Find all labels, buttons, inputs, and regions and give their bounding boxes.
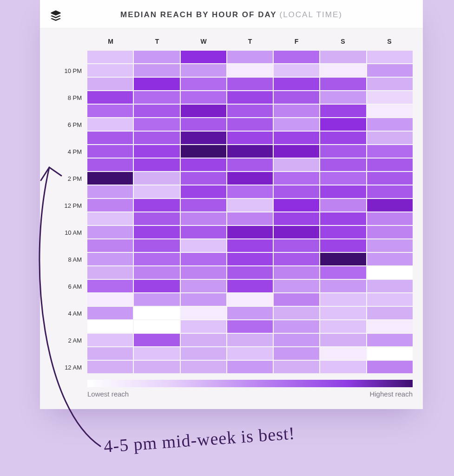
heatmap-cell [181,51,226,63]
heatmap-cell [367,253,413,265]
day-label: F [273,38,320,45]
heatmap-cell [367,293,413,306]
hour-label: 12 AM [65,364,82,370]
hour-label: 12 PM [64,202,82,209]
heatmap-cell [367,212,413,225]
heatmap-cell [181,118,226,131]
heatmap-cell [320,51,366,63]
heatmap-cell [320,91,366,104]
annotation-text: 4-5 pm mid-week is best! [103,423,296,456]
heatmap-cell [320,105,366,117]
heatmap-cell [134,105,179,117]
heatmap-cell [181,320,226,333]
heatmap-cell [320,266,366,279]
heatmap-cell [274,105,319,117]
heatmap-cell [87,226,133,238]
heatmap-cell [181,361,226,373]
heatmap-cell [274,78,319,90]
hour-label: 4 PM [68,148,82,155]
heatmap-cell [320,253,366,265]
heatmap-cell [227,145,273,158]
heatmap-cell [227,253,273,265]
heatmap-cell [227,118,273,131]
chart-title: MEDIAN REACH BY HOUR OF DAY [120,10,276,20]
heatmap-cell [87,320,133,333]
hour-label: 8 PM [68,94,82,101]
day-label: T [134,38,180,45]
heatmap-cell [134,361,179,373]
day-label: T [227,38,273,45]
heatmap-cell [87,159,133,171]
chart-subtitle: (LOCAL TIME) [279,10,342,20]
heatmap-cell [87,307,133,319]
buffer-logo-icon [49,9,62,22]
heatmap-cell [320,172,366,185]
heatmap-cell [181,226,226,238]
heatmap-cell [87,239,133,252]
heatmap-cell [320,307,366,319]
hour-label: 8 AM [68,256,82,263]
heatmap-cell [134,132,179,144]
heatmap-cell [367,334,413,346]
heatmap-cell [181,212,226,225]
day-header-row: MTWTFSS [87,38,413,45]
heatmap-cell [274,172,319,185]
heatmap-cell [320,78,366,90]
heatmap-cell [227,239,273,252]
heatmap-cell [181,253,226,265]
heatmap-cell [181,239,226,252]
heatmap-cell [181,78,226,90]
heatmap-cell [274,347,319,360]
heatmap-cell [227,320,273,333]
heatmap-cell [227,212,273,225]
heatmap-cell [181,64,226,77]
heatmap-cell [87,145,133,158]
heatmap-cell [87,118,133,131]
heatmap-cell [134,199,179,212]
heatmap-cell [320,185,366,198]
heatmap-cell [367,78,413,90]
heatmap-cell [274,280,319,292]
heatmap-cell [181,172,226,185]
heatmap-cell [320,226,366,238]
chart-header: MEDIAN REACH BY HOUR OF DAY (LOCAL TIME) [40,0,423,28]
heatmap-cell [181,185,226,198]
heatmap-cell [134,280,179,292]
legend-gradient [87,380,413,387]
heatmap-cell [134,334,179,346]
heatmap-cell [367,347,413,360]
heatmap-cell [367,64,413,77]
heatmap-cell [227,266,273,279]
heatmap-cell [134,51,179,63]
heatmap-cell [320,145,366,158]
heatmap-cell [181,199,226,212]
heatmap-cell [227,293,273,306]
heatmap-cell [87,64,133,77]
heatmap-cell [227,172,273,185]
heatmap-cell [134,91,179,104]
heatmap-cell [227,105,273,117]
heatmap-cell [181,105,226,117]
heatmap-cell [227,159,273,171]
heatmap-cell [181,91,226,104]
heatmap-cell [87,105,133,117]
heatmap-cell [134,226,179,238]
heatmap-cell [367,145,413,158]
heatmap-cell [274,361,319,373]
heatmap-cell [367,159,413,171]
heatmap-cell [320,293,366,306]
heatmap-cell [367,51,413,63]
hour-label: 2 AM [68,337,82,344]
heatmap-cell [274,145,319,158]
hour-label: 6 PM [68,121,82,128]
heatmap-cell [227,347,273,360]
heatmap-cell [134,64,179,77]
heatmap-cell [274,199,319,212]
heatmap-cell [134,212,179,225]
heatmap-cell [227,334,273,346]
heatmap-cell [134,266,179,279]
heatmap-cell [367,361,413,373]
heatmap-cell [274,239,319,252]
heatmap-cell [367,280,413,292]
legend-high-label: Highest reach [369,390,413,398]
